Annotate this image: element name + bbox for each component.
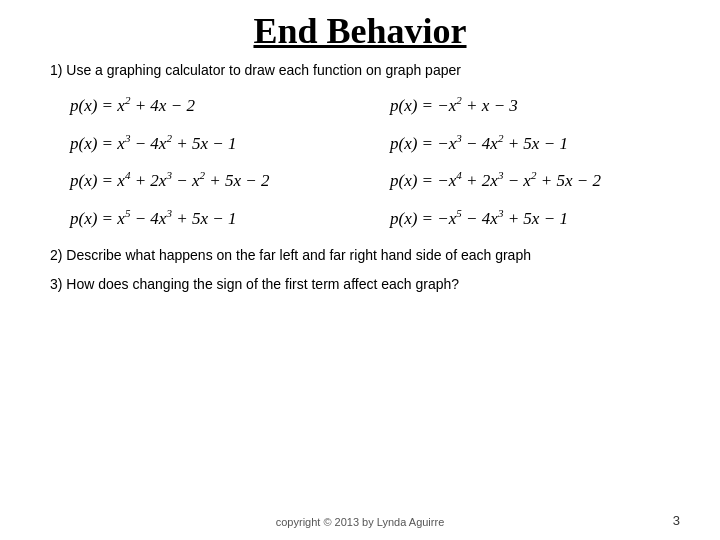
- question-3: 3) How does changing the sign of the fir…: [50, 274, 680, 295]
- eq-2-right: p(x) = −x3 − 4x2 + 5x − 1: [360, 124, 680, 162]
- eq-1-right: p(x) = −x2 + x − 3: [360, 86, 680, 124]
- eq-3-left: p(x) = x4 + 2x3 − x2 + 5x − 2: [40, 161, 360, 199]
- instruction-1: 1) Use a graphing calculator to draw eac…: [50, 62, 680, 78]
- page-number: 3: [673, 513, 680, 528]
- equation-row-4: p(x) = x5 − 4x3 + 5x − 1 p(x) = −x5 − 4x…: [40, 199, 680, 237]
- eq-4-left: p(x) = x5 − 4x3 + 5x − 1: [40, 199, 360, 237]
- eq-4-right: p(x) = −x5 − 4x3 + 5x − 1: [360, 199, 680, 237]
- eq-3-right: p(x) = −x4 + 2x3 − x2 + 5x − 2: [360, 161, 680, 199]
- question-2: 2) Describe what happens on the far left…: [50, 245, 680, 266]
- page: End Behavior 1) Use a graphing calculato…: [0, 0, 720, 540]
- page-title: End Behavior: [40, 10, 680, 52]
- equation-row-3: p(x) = x4 + 2x3 − x2 + 5x − 2 p(x) = −x4…: [40, 161, 680, 199]
- eq-1-left: p(x) = x2 + 4x − 2: [40, 86, 360, 124]
- equation-row-2: p(x) = x3 − 4x2 + 5x − 1 p(x) = −x3 − 4x…: [40, 124, 680, 162]
- footer: copyright © 2013 by Lynda Aguirre: [0, 516, 720, 528]
- copyright-text: copyright © 2013 by Lynda Aguirre: [276, 516, 445, 528]
- eq-2-left: p(x) = x3 − 4x2 + 5x − 1: [40, 124, 360, 162]
- equation-row-1: p(x) = x2 + 4x − 2 p(x) = −x2 + x − 3: [40, 86, 680, 124]
